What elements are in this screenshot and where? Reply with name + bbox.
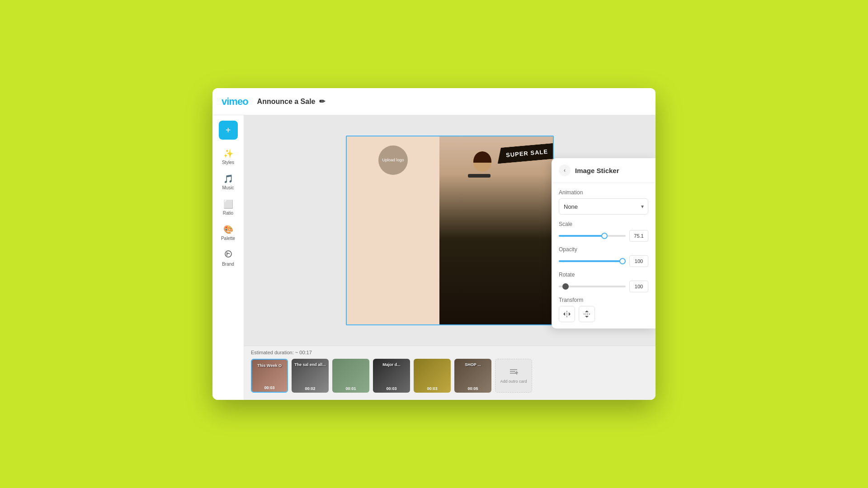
opacity-label: Opacity bbox=[559, 246, 648, 253]
sidebar-palette-label: Palette bbox=[221, 236, 235, 241]
add-outro-icon bbox=[509, 368, 518, 377]
styles-icon: ✨ bbox=[223, 149, 233, 159]
flip-horizontal-button[interactable] bbox=[559, 306, 575, 322]
header-title: Announce a Sale ✏ bbox=[257, 97, 325, 106]
sidebar-music-label: Music bbox=[222, 185, 234, 190]
canvas-inner: Upload logo bbox=[347, 136, 553, 324]
back-icon: ‹ bbox=[564, 167, 566, 174]
clip-duration-3: 00:01 bbox=[332, 386, 369, 391]
transform-label: Transform bbox=[559, 297, 648, 303]
panel-title: Image Sticker bbox=[575, 167, 619, 174]
sticker-panel-body: Animation None Fade Slide Bounce Zoom ▾ … bbox=[552, 183, 656, 328]
sunglasses bbox=[468, 174, 491, 178]
duration-label: Estimated duration: ~ 00:17 bbox=[251, 350, 649, 355]
flip-vertical-button[interactable] bbox=[579, 306, 595, 322]
timeline-clip-6[interactable]: SHOP ... 00:05 bbox=[454, 359, 491, 393]
sidebar-item-brand[interactable]: Brand bbox=[215, 246, 241, 270]
opacity-section: Opacity 100 bbox=[559, 246, 648, 267]
clip-bg-1: This Week O 00:03 bbox=[252, 360, 287, 392]
sidebar-item-palette[interactable]: 🎨 Palette bbox=[215, 221, 241, 244]
palette-icon: 🎨 bbox=[223, 225, 233, 235]
add-outro-label: Add outro card bbox=[500, 379, 527, 384]
vimeo-logo: vimeo bbox=[222, 96, 248, 108]
sticker-panel-header: ‹ Image Sticker bbox=[552, 158, 656, 183]
sidebar-brand-label: Brand bbox=[222, 262, 234, 267]
timeline-clip-3[interactable]: 00:01 bbox=[332, 359, 369, 393]
rotate-label: Rotate bbox=[559, 272, 648, 278]
scale-slider-thumb[interactable] bbox=[601, 233, 608, 239]
scale-slider-track[interactable] bbox=[559, 235, 626, 237]
rotate-slider-thumb[interactable] bbox=[562, 283, 569, 290]
timeline-clip-2[interactable]: The sal end all... 00:02 bbox=[292, 359, 329, 393]
timeline-clip-4[interactable]: Major d... 00:03 bbox=[373, 359, 410, 393]
clip-text-1: This Week O bbox=[254, 363, 285, 369]
upload-logo-label: Upload logo bbox=[382, 158, 404, 163]
clip-duration-1: 00:03 bbox=[252, 385, 287, 390]
clip-duration-2: 00:02 bbox=[292, 386, 329, 391]
timeline: This Week O 00:03 The sal end all... 00:… bbox=[251, 359, 649, 393]
canvas-right: SUPER SALE bbox=[439, 136, 553, 324]
svg-point-0 bbox=[225, 251, 231, 257]
sidebar-ratio-label: Ratio bbox=[223, 211, 233, 216]
rotate-value[interactable]: 100 bbox=[629, 281, 648, 292]
super-sale-text: SUPER SALE bbox=[505, 148, 548, 159]
transform-buttons bbox=[559, 306, 648, 322]
sidebar-item-styles[interactable]: ✨ Styles bbox=[215, 145, 241, 169]
brand-icon bbox=[224, 250, 232, 260]
scale-slider-fill bbox=[559, 235, 604, 237]
clip-bg-6: SHOP ... 00:05 bbox=[454, 359, 491, 393]
back-button[interactable]: ‹ bbox=[559, 164, 571, 176]
add-outro-button[interactable]: Add outro card bbox=[495, 359, 532, 393]
scale-label: Scale bbox=[559, 221, 648, 227]
rotate-slider-track[interactable] bbox=[559, 286, 626, 287]
clip-duration-4: 00:03 bbox=[373, 386, 410, 391]
clip-duration-6: 00:05 bbox=[454, 386, 491, 391]
clip-duration-5: 00:03 bbox=[414, 386, 451, 391]
animation-dropdown-container: None Fade Slide Bounce Zoom ▾ bbox=[559, 198, 648, 215]
project-title: Announce a Sale bbox=[257, 98, 316, 106]
scale-slider-row: 75.1 bbox=[559, 230, 648, 242]
rotate-section: Rotate 100 bbox=[559, 272, 648, 292]
opacity-value[interactable]: 100 bbox=[629, 255, 648, 267]
clip-bg-3: 00:01 bbox=[332, 359, 369, 393]
woman-photo bbox=[439, 136, 553, 324]
sidebar-item-ratio[interactable]: ⬜ Ratio bbox=[215, 196, 241, 219]
timeline-clip-5[interactable]: 00:03 bbox=[414, 359, 451, 393]
app-window: vimeo Announce a Sale ✏ + ✨ Styles 🎵 Mus… bbox=[212, 88, 656, 400]
clip-bg-4: Major d... 00:03 bbox=[373, 359, 410, 393]
bottom-bar: Estimated duration: ~ 00:17 This Week O … bbox=[244, 346, 656, 400]
opacity-slider-fill bbox=[559, 260, 626, 262]
rotate-slider-row: 100 bbox=[559, 281, 648, 292]
sidebar-item-music[interactable]: 🎵 Music bbox=[215, 170, 241, 194]
clip-bg-2: The sal end all... 00:02 bbox=[292, 359, 329, 393]
sticker-panel: ‹ Image Sticker Animation None Fade Slid… bbox=[552, 158, 656, 328]
ratio-icon: ⬜ bbox=[223, 199, 233, 209]
timeline-clip-1[interactable]: This Week O 00:03 bbox=[251, 359, 288, 393]
canvas-frame: Upload logo bbox=[346, 136, 554, 325]
scale-section: Scale 75.1 bbox=[559, 221, 648, 242]
woman-head bbox=[473, 151, 491, 172]
opacity-slider-thumb[interactable] bbox=[619, 258, 626, 264]
edit-title-icon[interactable]: ✏ bbox=[319, 97, 325, 106]
opacity-slider-row: 100 bbox=[559, 255, 648, 267]
sidebar-styles-label: Styles bbox=[222, 160, 234, 165]
upload-logo-button[interactable]: Upload logo bbox=[378, 145, 408, 175]
sidebar: + ✨ Styles 🎵 Music ⬜ Ratio 🎨 Palette bbox=[212, 115, 244, 400]
transform-section: Transform bbox=[559, 297, 648, 322]
animation-dropdown[interactable]: None Fade Slide Bounce Zoom bbox=[559, 198, 648, 215]
scale-value[interactable]: 75.1 bbox=[629, 230, 648, 242]
animation-label: Animation bbox=[559, 189, 648, 196]
add-button[interactable]: + bbox=[219, 121, 238, 140]
clip-text-6: SHOP ... bbox=[457, 362, 489, 368]
music-icon: 🎵 bbox=[223, 174, 233, 184]
canvas-left: Upload logo bbox=[347, 136, 439, 324]
header: vimeo Announce a Sale ✏ bbox=[212, 88, 656, 115]
clip-text-4: Major d... bbox=[375, 362, 408, 368]
clip-text-2: The sal end all... bbox=[294, 362, 326, 368]
opacity-slider-track[interactable] bbox=[559, 260, 626, 262]
clip-bg-5: 00:03 bbox=[414, 359, 451, 393]
